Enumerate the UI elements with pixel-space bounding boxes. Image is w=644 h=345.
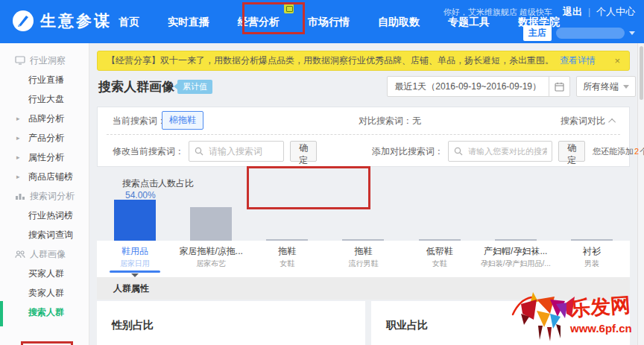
sidebar: 行业洞察 行业直播 行业大盘 品牌分析 产品分析 属性分析 商品店铺榜 搜索词分… (0, 43, 89, 345)
tab-slippers-women[interactable]: 拖鞋 女鞋 (249, 241, 325, 277)
chevron-up-icon (608, 118, 616, 126)
add-compare-label: 添加对比搜索词： (372, 145, 443, 158)
logout-button[interactable]: 退出 (563, 5, 582, 19)
add-confirm-button[interactable]: 确定 (558, 141, 585, 162)
nav-home[interactable]: 首页 (104, 0, 154, 43)
nav-market[interactable]: 市场行情 (294, 0, 364, 43)
terminal-filter-value: 所有终端 (583, 80, 619, 93)
category-bar-chart (97, 198, 630, 241)
bar-chart-icon (15, 192, 25, 200)
user-greeting: 你好，艾米维旗舰店 超级快车 (443, 7, 552, 18)
sidebar-item-industry-live[interactable]: 行业直播 (0, 70, 89, 89)
add-compare-input[interactable] (448, 141, 552, 162)
notice-detail-link[interactable]: 查看详情 (560, 54, 596, 67)
annotation-box-search-audience (21, 341, 73, 345)
sidebar-item-item-shop-rank[interactable]: 商品店铺榜 (0, 167, 89, 186)
bar-home-slippers[interactable] (190, 207, 232, 241)
header-divider: | (588, 7, 590, 17)
page-title: 搜索人群画像 (98, 78, 174, 95)
audience-attributes-header: 人群属性 (97, 277, 630, 300)
new-feature-badge-icon (284, 4, 294, 13)
date-range-control: 最近1天（2016-09-19~2016-09-19） (387, 76, 570, 97)
sidebar-section-audience-profile: 人群画像 (0, 244, 89, 264)
gender-ratio-panel: 性别占比 (97, 301, 365, 345)
cumulative-badge: 累计值 (177, 80, 212, 94)
brand-name: 生意参谋 (40, 10, 112, 31)
main-content: 【经营分享】双十一来了，用数据分析爆点品类，用数据洞察行业优秀品牌、店铺、单品，… (89, 43, 637, 345)
top-header: 生意参谋 首页 实时直播 经营分析 市场行情 自助取数 专题工具 数据学院 你好… (0, 0, 644, 43)
scrollbar-thumb[interactable] (640, 46, 643, 100)
compare-keyword-label: 对比搜索词：无 (359, 115, 421, 127)
page-scrollbar[interactable] (637, 43, 644, 345)
user-center-link[interactable]: 个人中心 (596, 5, 635, 19)
brand-logo[interactable]: 生意参谋 (12, 10, 112, 32)
nav-live[interactable]: 实时直播 (154, 0, 224, 43)
sidebar-item-search-audience[interactable]: 搜索人群 (0, 303, 89, 322)
bar-shoes-supplies[interactable] (114, 200, 156, 241)
gender-ratio-title: 性别占比 (97, 301, 365, 332)
store-selector[interactable]: 主店 (443, 25, 635, 41)
main-store-badge: 主店 (523, 25, 552, 41)
calendar-icon (555, 82, 564, 92)
search-icon (454, 147, 463, 156)
notice-banner: 【经营分享】双十一来了，用数据分析爆点品类，用数据洞察行业优秀品牌、店铺、单品，… (97, 51, 630, 71)
terminal-filter-dropdown[interactable]: 所有终端 (576, 76, 636, 97)
tab-low-shoes[interactable]: 低帮鞋 女鞋 (402, 241, 478, 277)
sidebar-section-industry-insight: 行业洞察 (0, 51, 89, 70)
active-item-indicator (0, 301, 3, 326)
chevron-down-icon (629, 31, 635, 35)
tab-shoes-supplies[interactable]: 鞋用品 居家日用 (97, 241, 173, 277)
current-keyword-chip[interactable]: 棉拖鞋 (162, 111, 203, 130)
keyword-compare-toggle[interactable]: 搜索词对比 (561, 115, 616, 127)
sidebar-item-buyer-audience[interactable]: 买家人群 (0, 264, 89, 283)
chevron-down-icon (623, 85, 629, 89)
nav-data-extract[interactable]: 自助取数 (364, 0, 434, 43)
sidebar-item-attribute-analysis[interactable]: 属性分析 (0, 148, 89, 167)
close-icon[interactable]: × (614, 55, 620, 66)
sidebar-item-hot-words[interactable]: 行业热词榜 (0, 206, 89, 225)
sidebar-item-brand-analysis[interactable]: 品牌分析 (0, 109, 89, 128)
tab-maternity[interactable]: 产妇帽/孕妇袜... 孕妇装/孕产妇用品/... (478, 241, 554, 277)
sidebar-item-keyword-query[interactable]: 搜索词查询 (0, 225, 89, 244)
occupation-ratio-title: 职业占比 (371, 301, 630, 332)
occupation-ratio-panel: 职业占比 (371, 301, 630, 345)
keyword-panel: 当前搜索词： 棉拖鞋 对比搜索词：无 搜索词对比 修改当前搜索词： 确定 添加对… (97, 107, 630, 167)
store-name-redacted (556, 28, 625, 39)
sidebar-item-seller-audience[interactable]: 卖家人群 (0, 283, 89, 303)
modify-confirm-button[interactable]: 确定 (290, 141, 317, 162)
remaining-keywords-hint: 您还能添加2个搜索词 (593, 146, 644, 157)
date-range-button[interactable]: 最近1天（2016-09-19~2016-09-19） (388, 77, 549, 96)
chart-title: 搜索点击人数占比 (122, 177, 194, 190)
active-tab-underline (110, 270, 160, 273)
compass-pen-icon (12, 10, 34, 32)
remaining-count: 2 (634, 147, 640, 156)
calendar-button[interactable] (549, 77, 569, 96)
current-keyword-label: 当前搜索词： (113, 115, 166, 127)
tab-home-slippers[interactable]: 家居拖鞋/凉拖... 居家布艺 (173, 241, 249, 277)
category-tabs: 鞋用品 居家日用 家居拖鞋/凉拖... 居家布艺 拖鞋 女鞋 拖鞋 流行男鞋 低… (97, 241, 630, 277)
monitor-icon (15, 56, 25, 65)
modify-keyword-label: 修改当前搜索词： (113, 145, 184, 158)
tab-shirts[interactable]: 衬衫 男装 (554, 241, 630, 277)
tab-slippers-men[interactable]: 拖鞋 流行男鞋 (325, 241, 401, 277)
notice-text: 【经营分享】双十一来了，用数据分析爆点品类，用数据洞察行业优秀品牌、店铺、单品，… (107, 54, 554, 67)
sidebar-item-industry-overview[interactable]: 行业大盘 (0, 89, 89, 109)
sidebar-item-product-analysis[interactable]: 产品分析 (0, 128, 89, 148)
sidebar-section-keyword-analysis: 搜索词分析 (0, 186, 89, 206)
nav-operations[interactable]: 经营分析 (224, 0, 294, 43)
people-icon (15, 250, 25, 259)
search-icon (195, 147, 203, 156)
